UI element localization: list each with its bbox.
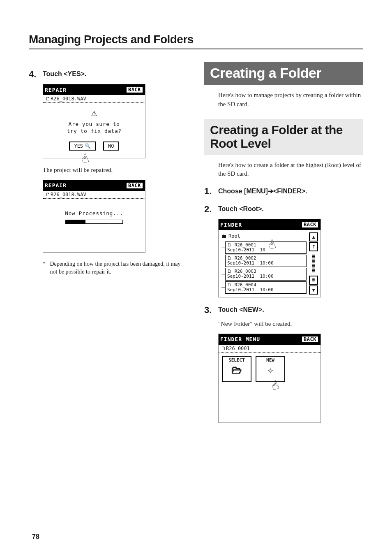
back-button[interactable]: BACK xyxy=(301,336,319,343)
screen-header: FINDER MENU BACK xyxy=(219,334,321,345)
scroll-down-button[interactable]: ▼ xyxy=(309,285,318,295)
screen-title: REPAIR xyxy=(45,87,67,93)
dialog-line-1: Are you sure to xyxy=(46,121,143,128)
step-4: 4. Touch <YES>. xyxy=(29,69,188,80)
folder-icon: 🖿 xyxy=(222,233,227,239)
menu-row: SELECT 🗁 NEW ✧ xyxy=(222,356,317,382)
breadcrumb: 🗋R26_0018.WAV xyxy=(43,95,145,103)
step-instruction: Choose [MENU]➔<FINDER>. xyxy=(218,186,307,197)
item-time: 10:00 xyxy=(260,260,273,266)
step-number: 4. xyxy=(29,69,39,80)
scroll-up-button[interactable]: ▲ xyxy=(309,232,318,241)
item-time: 10 xyxy=(260,247,265,253)
heading-root-level: Creating a Folder at the Root Level xyxy=(204,119,363,155)
item-time: 10:00 xyxy=(260,287,273,292)
right-column: Creating a Folder Here's how to manage p… xyxy=(204,62,363,430)
step-3-body: "New Folder" will be created. xyxy=(218,320,363,329)
breadcrumb-text: R26_0018.WAV xyxy=(51,96,86,102)
screen-header: REPAIR BACK xyxy=(43,84,145,95)
back-button[interactable]: BACK xyxy=(301,221,319,228)
select-button[interactable]: SELECT 🗁 xyxy=(222,356,251,382)
step-instruction: Touch <NEW>. xyxy=(218,305,264,316)
new-folder-icon: ✧ xyxy=(256,364,284,375)
list-item[interactable]: 🗋 R26_0003Sep10-2011 10:00 xyxy=(225,268,307,280)
result-text: The project will be repaired. xyxy=(43,166,188,175)
intro-paragraph-2: Here's how to create a folder at the hig… xyxy=(218,161,363,179)
footnote: * Depending on how the project has been … xyxy=(43,260,188,276)
item-name: R26_0004 xyxy=(235,282,256,288)
finder-list-screen: FINDER BACK 🖿Root 🗋 R26_0001Sep10-2011 1… xyxy=(218,219,321,297)
item-name: R26_0001 xyxy=(235,242,256,248)
screen-body: Now Processing... xyxy=(43,199,145,252)
intro-paragraph-1: Here's how to manage projects by creatin… xyxy=(218,91,363,109)
item-date: Sep10-2011 xyxy=(227,260,254,266)
file-list: 🖿Root 🗋 R26_0001Sep10-2011 10 🗋 R26_0002… xyxy=(221,232,307,295)
left-column: 4. Touch <YES>. REPAIR BACK 🗋R26_0018.WA… xyxy=(29,62,188,430)
page-number: 78 xyxy=(32,533,39,541)
button-row: YES 🔍 NO xyxy=(46,142,143,151)
list-item[interactable]: 🗋 R26_0004Sep10-2011 10:00 xyxy=(225,281,307,294)
screen-body: 🖿Root 🗋 R26_0001Sep10-2011 10 🗋 R26_0002… xyxy=(219,230,321,297)
step-instruction: Touch <YES>. xyxy=(43,69,86,80)
screen-body: SELECT 🗁 NEW ✧ ☝ xyxy=(219,353,321,422)
warning-icon: ⚠ xyxy=(46,107,143,118)
screen-header: REPAIR BACK xyxy=(43,180,145,191)
back-button[interactable]: BACK xyxy=(126,86,143,93)
new-button[interactable]: NEW ✧ xyxy=(256,356,285,382)
step-2: 2. Touch <Root>. xyxy=(204,204,363,215)
screen-title: REPAIR xyxy=(45,182,67,188)
breadcrumb: 🗋R26_0001 xyxy=(219,345,321,353)
page: Managing Projects and Folders 4. Touch <… xyxy=(0,0,392,557)
magnifier-icon: 🔍 xyxy=(85,143,91,149)
item-date: Sep10-2011 xyxy=(227,274,254,279)
select-label: SELECT xyxy=(223,357,251,363)
footnote-text: Depending on how the project has been da… xyxy=(50,260,188,276)
arrow-right-icon: ➔ xyxy=(268,188,273,195)
screen-title: FINDER MENU xyxy=(220,336,260,342)
item-time: 10:00 xyxy=(260,274,273,279)
breadcrumb: 🗋R26_0018.WAV xyxy=(43,191,145,199)
progress-fill xyxy=(66,220,85,223)
pointing-hand-icon: ☝ xyxy=(79,151,91,167)
two-column-layout: 4. Touch <YES>. REPAIR BACK 🗋R26_0018.WA… xyxy=(29,62,363,430)
page-top-button[interactable]: ⤒ xyxy=(309,242,318,251)
step-1: 1. Choose [MENU]➔<FINDER>. xyxy=(204,186,363,197)
asterisk-icon: * xyxy=(43,260,48,268)
breadcrumb-text: R26_0001 xyxy=(226,346,250,351)
side-controls: ▲ ⤒ ≣ ▼ xyxy=(308,232,319,295)
select-folder-icon: 🗁 xyxy=(223,364,251,375)
yes-label: YES xyxy=(74,143,83,149)
step-number: 2. xyxy=(204,204,215,215)
section-title: Managing Projects and Folders xyxy=(29,33,363,49)
new-label: NEW xyxy=(256,357,284,363)
back-button[interactable]: BACK xyxy=(126,182,143,189)
finder-menu-screen: FINDER MENU BACK 🗋R26_0001 SELECT 🗁 NEW … xyxy=(218,334,321,423)
root-item[interactable]: 🖿Root xyxy=(221,232,307,241)
heading-creating-folder: Creating a Folder xyxy=(204,62,363,85)
item-date: Sep10-2011 xyxy=(227,287,254,292)
item-name: R26_0003 xyxy=(235,269,256,274)
item-date: Sep10-2011 xyxy=(227,247,254,253)
page-bottom-button[interactable]: ≣ xyxy=(309,276,318,285)
breadcrumb-text: R26_0018.WAV xyxy=(51,192,86,197)
list-item[interactable]: 🗋 R26_0001Sep10-2011 10 xyxy=(225,241,307,254)
dialog-line-2: try to fix data? xyxy=(46,128,143,135)
screen-title: FINDER xyxy=(220,222,242,228)
repair-processing-screen: REPAIR BACK 🗋R26_0018.WAV Now Processing… xyxy=(43,180,145,253)
screen-header: FINDER BACK xyxy=(219,219,321,230)
processing-label: Now Processing... xyxy=(46,210,143,216)
screen-body: ⚠ Are you sure to try to fix data? YES 🔍… xyxy=(43,103,145,158)
no-button[interactable]: NO xyxy=(103,142,119,151)
step-number: 3. xyxy=(204,305,215,316)
progress-bar xyxy=(65,220,123,224)
list-item[interactable]: 🗋 R26_0002Sep10-2011 10:00 xyxy=(225,255,307,267)
step-number: 1. xyxy=(204,186,215,197)
scrollbar[interactable] xyxy=(312,254,315,273)
step-3: 3. Touch <NEW>. xyxy=(204,305,363,316)
repair-confirm-screen: REPAIR BACK 🗋R26_0018.WAV ⚠ Are you sure… xyxy=(43,84,145,158)
step-instruction: Touch <Root>. xyxy=(218,204,264,215)
item-name: R26_0002 xyxy=(235,255,256,261)
root-label: Root xyxy=(228,233,240,239)
yes-button[interactable]: YES 🔍 xyxy=(69,142,96,151)
